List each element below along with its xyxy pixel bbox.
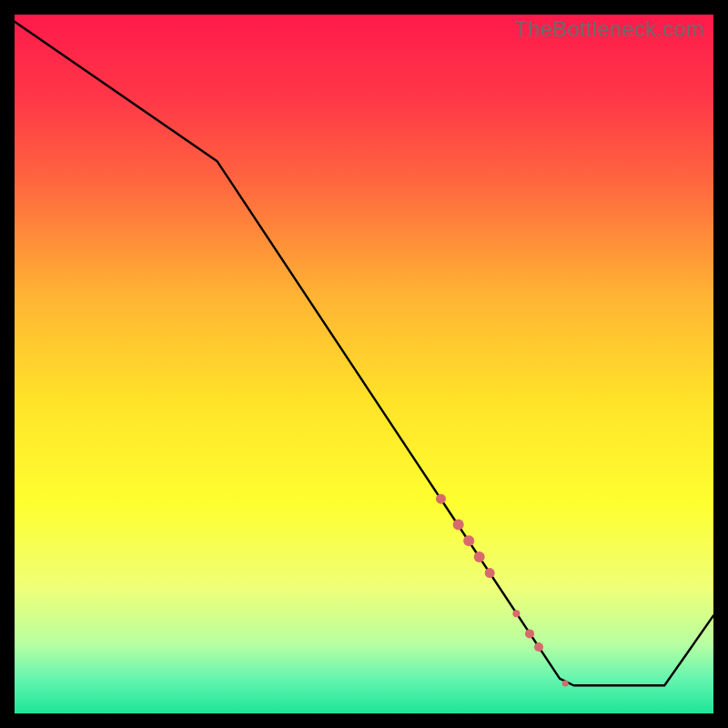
marker-dot: [474, 551, 485, 562]
marker-dot: [534, 642, 543, 652]
marker-dot: [453, 520, 464, 531]
curve-line: [15, 22, 713, 686]
marker-dot: [512, 610, 520, 617]
outer-frame: TheBottleneck.com: [0, 0, 728, 728]
marker-dot: [525, 629, 534, 638]
plot-area: TheBottleneck.com: [15, 15, 713, 713]
marker-dot: [562, 681, 569, 687]
chart-overlay: [15, 15, 713, 713]
marker-dot: [485, 568, 495, 578]
marker-dot: [463, 535, 474, 546]
watermark-text: TheBottleneck.com: [514, 16, 704, 42]
marker-dot: [436, 494, 446, 504]
